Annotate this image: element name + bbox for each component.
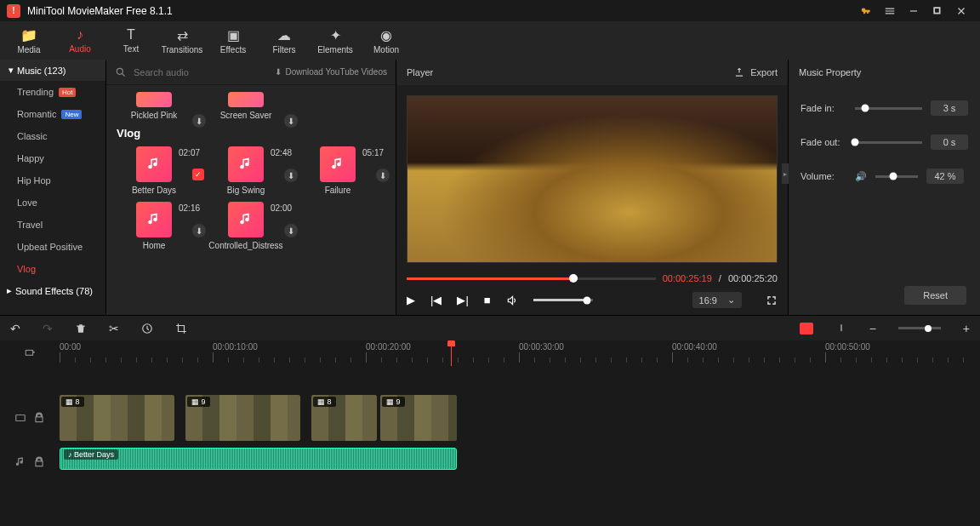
titlebar: ! MiniTool MovieMaker Free 8.1.1 (0, 0, 980, 21)
tab-audio[interactable]: ♪Audio (54, 21, 105, 60)
property-panel: ▸ Music Property Fade in: 3 s Fade out: … (789, 60, 980, 315)
elements-icon: ✦ (330, 27, 341, 43)
speed-button[interactable] (141, 323, 153, 334)
category-love[interactable]: Love (0, 192, 105, 214)
download-icon[interactable]: ⬇ (284, 114, 298, 128)
snap-toggle[interactable] (800, 323, 813, 334)
music-icon (228, 202, 264, 237)
clip-badge: ▦ 9 (187, 397, 210, 407)
video-track-head[interactable] (0, 412, 60, 424)
tab-transitions[interactable]: ⇄Transitions (157, 21, 208, 60)
split-button[interactable]: ✂ (109, 322, 119, 335)
duration: 02:00 (271, 203, 292, 213)
time-ruler[interactable]: 00:0000:00:10:0000:00:20:0000:00:30:0000… (60, 340, 980, 366)
tab-motion[interactable]: ◉Motion (361, 21, 412, 60)
audio-item[interactable]: ⬇Pickled Pink (117, 92, 191, 120)
category-happy[interactable]: Happy (0, 147, 105, 169)
sfx-category-header[interactable]: ▸ Sound Effects (78) (0, 280, 105, 301)
close-button[interactable] (949, 0, 973, 21)
chevron-down-icon: ⌄ (727, 294, 735, 306)
category-classic[interactable]: Classic (0, 125, 105, 147)
download-youtube-link[interactable]: ⬇ Download YouTube Videos (275, 67, 387, 77)
add-track-button[interactable] (0, 340, 60, 366)
tab-elements[interactable]: ✦Elements (310, 21, 361, 60)
tab-filters[interactable]: ☁Filters (259, 21, 310, 60)
marker-button[interactable] (835, 323, 847, 334)
fadeout-slider[interactable] (855, 141, 922, 144)
audio-track-head[interactable] (0, 456, 60, 468)
audio-item[interactable]: 02:16⬇Home (117, 202, 191, 250)
zoom-slider[interactable] (898, 327, 941, 329)
volume-slider[interactable] (533, 299, 593, 301)
volume-value[interactable]: 42 % (926, 169, 964, 184)
delete-button[interactable] (75, 323, 87, 334)
property-title: Music Property (789, 60, 980, 85)
minimize-button[interactable] (902, 0, 926, 21)
download-icon[interactable]: ⬇ (284, 224, 298, 237)
video-clip[interactable]: ▦ 9 (185, 395, 300, 441)
next-frame-button[interactable]: ▶| (457, 294, 468, 306)
crop-button[interactable] (175, 323, 187, 334)
fadein-slider[interactable] (855, 107, 922, 110)
fadeout-value[interactable]: 0 s (931, 134, 968, 150)
collapse-panel-button[interactable]: ▸ (782, 163, 789, 184)
video-preview[interactable] (407, 95, 778, 263)
audio-library-panel: ⬇ Download YouTube Videos ⬇Pickled Pink⬇… (106, 60, 396, 315)
audio-item[interactable]: ⬇Screen Saver (208, 92, 283, 120)
video-track[interactable]: ▦ 8▦ 9▦ 8▦ 9 (60, 392, 980, 444)
audio-item[interactable]: 02:00⬇Controlled_Distress (208, 202, 283, 250)
video-clip[interactable]: ▦ 8 (60, 395, 174, 441)
tab-effects[interactable]: ▣Effects (208, 21, 259, 60)
volume-icon[interactable] (506, 294, 518, 306)
clip-badge: ▦ 9 (382, 397, 405, 407)
video-clip[interactable]: ▦ 8 (311, 395, 377, 441)
download-icon[interactable]: ⬇ (192, 224, 206, 237)
export-button[interactable]: Export (733, 66, 778, 78)
category-hip-hop[interactable]: Hip Hop (0, 169, 105, 192)
download-icon[interactable]: ⬇ (376, 169, 390, 182)
category-trending[interactable]: TrendingHot (0, 81, 105, 103)
music-icon (136, 202, 172, 237)
stop-button[interactable]: ■ (484, 294, 491, 306)
transitions-icon: ⇄ (177, 27, 188, 43)
playhead[interactable] (451, 340, 452, 366)
audio-item[interactable]: 02:07✓Better Days (117, 146, 191, 195)
search-icon (115, 66, 127, 78)
download-icon[interactable]: ⬇ (284, 169, 298, 182)
media-icon: 📁 (20, 27, 37, 43)
fullscreen-button[interactable] (766, 294, 778, 306)
audio-item[interactable]: 05:17⬇Failure (300, 146, 375, 195)
audio-item[interactable]: 02:48⬇Big Swing (208, 146, 283, 195)
volume-slider-prop[interactable] (875, 175, 918, 178)
category-upbeat-positive[interactable]: Upbeat Positive (0, 236, 105, 258)
redo-button[interactable]: ↷ (43, 322, 53, 335)
undo-button[interactable]: ↶ (10, 322, 20, 335)
maximize-button[interactable] (926, 0, 949, 21)
category-vlog[interactable]: Vlog (0, 258, 105, 280)
fadein-value[interactable]: 3 s (931, 100, 968, 116)
tab-text[interactable]: TText (105, 21, 157, 60)
duration: 02:48 (271, 148, 292, 157)
aspect-ratio-select[interactable]: 16:9 ⌄ (692, 292, 742, 308)
video-clip[interactable]: ▦ 9 (380, 395, 457, 441)
audio-icon: ♪ (77, 27, 83, 43)
category-romantic[interactable]: RomanticNew (0, 103, 105, 125)
audio-track[interactable]: ♪ Better Days (60, 444, 980, 480)
main-toolbar: 📁Media♪AudioTText⇄Transitions▣Effects☁Fi… (0, 21, 980, 60)
license-key-icon[interactable] (854, 0, 878, 21)
category-travel[interactable]: Travel (0, 214, 105, 236)
menu-icon[interactable] (878, 0, 902, 21)
tab-media[interactable]: 📁Media (3, 21, 54, 60)
music-icon (228, 146, 264, 182)
reset-button[interactable]: Reset (904, 286, 966, 305)
download-icon[interactable]: ⬇ (192, 114, 206, 128)
progress-bar[interactable] (407, 277, 656, 280)
music-category-header[interactable]: ▾ Music (123) (0, 60, 105, 81)
timeline: 00:0000:00:10:0000:00:20:0000:00:30:0000… (0, 340, 980, 526)
search-input[interactable] (134, 67, 268, 77)
play-button[interactable]: ▶ (407, 294, 415, 306)
zoom-in-button[interactable]: + (963, 322, 970, 335)
audio-clip[interactable]: ♪ Better Days (60, 448, 457, 470)
prev-frame-button[interactable]: |◀ (430, 294, 442, 306)
zoom-out-button[interactable]: − (869, 322, 876, 335)
